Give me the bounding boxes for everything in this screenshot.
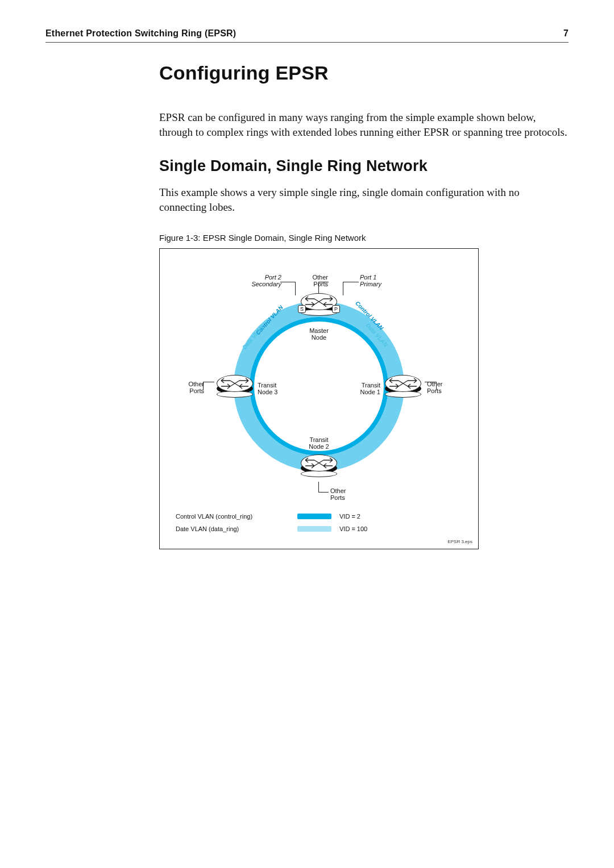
label-other-ports-bottom: OtherPorts — [330, 487, 346, 502]
label-transit-3: TransitNode 3 — [258, 382, 277, 396]
figure-legend: Control VLAN (control_ring) VID = 2 Date… — [176, 510, 385, 535]
label-other-ports-top: OtherPorts — [312, 274, 328, 288]
legend-vid-data: VID = 100 — [339, 525, 385, 532]
legend-row-data: Date VLAN (data_ring) VID = 100 — [176, 523, 385, 535]
label-other-ports-left: OtherPorts — [188, 381, 204, 395]
badge-p: P — [332, 305, 340, 313]
badge-s: S — [298, 305, 306, 313]
section-heading: Single Domain, Single Ring Network — [159, 157, 569, 175]
running-head-title: Ethernet Protection Switching Ring (EPSR… — [45, 28, 236, 39]
label-transit-1: TransitNode 1 — [360, 382, 380, 396]
label-other-ports-right: OtherPorts — [427, 381, 443, 395]
switch-icon — [304, 294, 334, 309]
running-head: Ethernet Protection Switching Ring (EPSR… — [45, 28, 569, 43]
figure-filename: EPSR 3.eps — [447, 539, 472, 544]
legend-label-control: Control VLAN (control_ring) — [176, 513, 289, 520]
label-master: MasterNode — [309, 327, 329, 341]
figure-epsr-ring: Control VLAN Data VLAN Control VLAN Data… — [159, 248, 479, 549]
label-port2-secondary: Port 2Secondary — [251, 274, 281, 288]
label-port1-primary: Port 1Primary — [360, 274, 381, 288]
label-transit-2: TransitNode 2 — [309, 436, 329, 450]
legend-swatch-control — [297, 514, 331, 519]
legend-vid-control: VID = 2 — [339, 513, 385, 520]
page-title: Configuring EPSR — [159, 62, 569, 84]
section-paragraph: This example shows a very simple single … — [159, 185, 569, 214]
legend-swatch-data — [297, 526, 331, 532]
switch-icon — [220, 376, 250, 391]
switch-icon — [304, 456, 334, 470]
switch-icon — [388, 376, 418, 391]
legend-label-data: Date VLAN (data_ring) — [176, 525, 289, 532]
content-column: Configuring EPSR EPSR can be configured … — [159, 62, 569, 549]
node-transit-2 — [301, 454, 337, 479]
page-number: 7 — [563, 28, 569, 39]
intro-paragraph: EPSR can be configured in many ways rang… — [159, 110, 569, 139]
node-transit-1 — [385, 375, 421, 400]
node-transit-3 — [217, 375, 253, 400]
legend-row-control: Control VLAN (control_ring) VID = 2 — [176, 510, 385, 523]
figure-caption: Figure 1-3: EPSR Single Domain, Single R… — [159, 233, 569, 243]
page: Ethernet Protection Switching Ring (EPSR… — [0, 0, 614, 868]
